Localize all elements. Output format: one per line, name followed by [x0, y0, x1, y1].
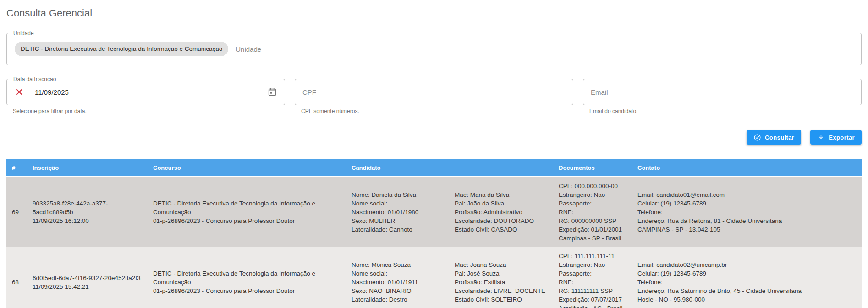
x-clear-icon: [15, 87, 24, 97]
cell-contato: Email: candidato02@unicamp.br Celular: (…: [632, 247, 862, 308]
unidade-placeholder: Unidade: [236, 45, 261, 53]
cpf-field[interactable]: [295, 79, 573, 105]
header-concurso: Concurso: [148, 159, 346, 177]
email-field[interactable]: [583, 79, 862, 105]
calendar-icon: [267, 87, 277, 97]
table-row: 69 903325a8-f28e-442a-a377-5acd1c889d5b …: [6, 177, 862, 247]
download-icon: [817, 134, 825, 141]
table-header: # Inscrição Concurso Candidato Documento…: [6, 159, 862, 177]
exportar-label: Exportar: [829, 134, 855, 141]
cell-contato: Email: candidato01@email.com Celular: (1…: [632, 177, 862, 247]
date-helper: Selecione para filtrar por data.: [13, 108, 285, 114]
date-field[interactable]: Data da Inscrição 11/09/2025: [6, 79, 285, 105]
header-contato: Contato: [632, 159, 862, 177]
header-num: #: [6, 159, 27, 177]
table-row: 68 6d0f5edf-6da7-4f16-9327-20e452ffa2f3 …: [6, 247, 862, 308]
cell-documentos: CPF: 111.111.111-11 Estrangeiro: Não Pas…: [553, 247, 632, 308]
clear-date-button[interactable]: [13, 86, 26, 98]
cell-candidato: Nome: Mônica Souza Nome social: Nascimen…: [346, 247, 553, 308]
cpf-input[interactable]: [302, 88, 566, 97]
cell-documentos: CPF: 000.000.000-00 Estrangeiro: Não Pas…: [553, 177, 632, 247]
cell-inscricao: 903325a8-f28e-442a-a377-5acd1c889d5b 11/…: [27, 177, 148, 247]
date-filter-col: Data da Inscrição 11/09/2025: [6, 79, 285, 114]
email-input[interactable]: [590, 88, 855, 97]
header-candidato: Candidato: [346, 159, 553, 177]
header-documentos: Documentos: [553, 159, 632, 177]
cell-num: 69: [6, 177, 27, 247]
cell-concurso: DETIC - Diretoria Executiva de Tecnologi…: [148, 247, 346, 308]
unidade-field[interactable]: Unidade DETIC - Diretoria Executiva de T…: [6, 33, 862, 65]
page-title: Consulta Gerencial: [6, 7, 862, 19]
candidato-col2: Mãe: Maria da Silva Pai: João da Silva P…: [455, 190, 548, 234]
exportar-button[interactable]: Exportar: [810, 130, 862, 145]
cell-candidato: Nome: Daniela da Silva Nome social: Nasc…: [346, 177, 553, 247]
cell-inscricao: 6d0f5edf-6da7-4f16-9327-20e452ffa2f3 11/…: [27, 247, 148, 308]
cpf-helper: CPF somente números.: [301, 108, 573, 114]
candidato-col1: Nome: Mônica Souza Nome social: Nascimen…: [352, 260, 455, 304]
cpf-filter-col: CPF somente números.: [295, 79, 573, 114]
email-helper: Email do candidato.: [589, 108, 862, 114]
results-table: # Inscrição Concurso Candidato Documento…: [6, 159, 862, 308]
date-value[interactable]: 11/09/2025: [35, 88, 266, 96]
consulta-gerencial-page: Consulta Gerencial Unidade DETIC - Diret…: [0, 7, 868, 308]
actions-bar: Consultar Exportar: [6, 130, 862, 145]
date-label: Data da Inscrição: [11, 76, 58, 83]
cell-num: 68: [6, 247, 27, 308]
candidato-col1: Nome: Daniela da Silva Nome social: Nasc…: [352, 190, 455, 234]
header-inscricao: Inscrição: [27, 159, 148, 177]
candidato-col2: Mãe: Joana Souza Pai: José Souza Profiss…: [455, 260, 548, 304]
open-calendar-button[interactable]: [266, 86, 279, 98]
unidade-label: Unidade: [11, 30, 36, 37]
consultar-label: Consultar: [765, 134, 794, 141]
cell-concurso: DETIC - Diretoria Executiva de Tecnologi…: [148, 177, 346, 247]
filter-row: Data da Inscrição 11/09/2025: [6, 79, 862, 114]
consultar-button[interactable]: Consultar: [747, 130, 801, 145]
unidade-chip[interactable]: DETIC - Diretoria Executiva de Tecnologi…: [15, 42, 228, 56]
email-filter-col: Email do candidato.: [583, 79, 862, 114]
check-circle-icon: [753, 134, 761, 141]
